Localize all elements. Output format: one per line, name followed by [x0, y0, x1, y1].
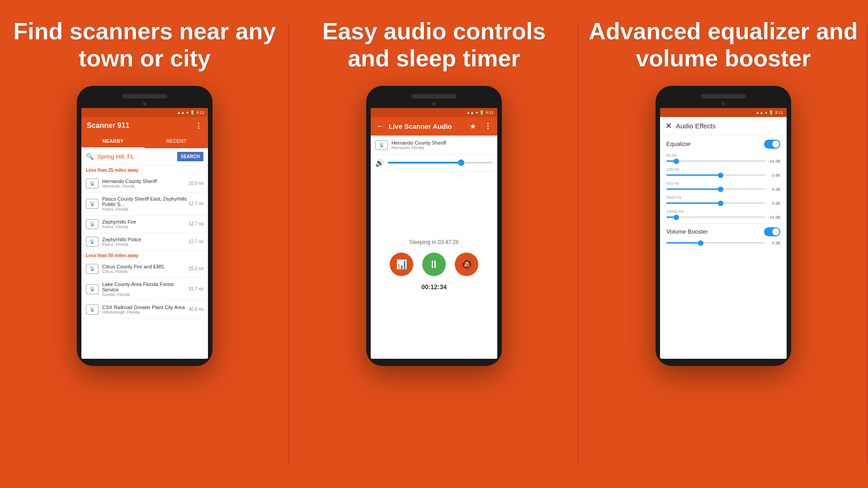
phone-screen-2: ▲▲ ● 🔋 9:11 ← Live Scanner Audio ★ ⋮ 📡 H…: [371, 108, 497, 359]
volume-icon: 🔊: [375, 159, 384, 167]
app1-title: Scanner 911: [87, 122, 129, 130]
search-row: 🔍 Spring Hill, FL SEARCH: [81, 148, 208, 165]
freq-label-910hz: 910 Hz: [666, 181, 780, 186]
volume-booster-slider[interactable]: [666, 242, 765, 244]
phone-2: ▲▲ ● 🔋 9:11 ← Live Scanner Audio ★ ⋮ 📡 H…: [366, 86, 502, 366]
panel-equalizer: Advanced equalizer and volume booster ▲▲…: [579, 0, 868, 488]
freq-row-14000hz: 14000 Hz -15 dB: [666, 209, 780, 220]
scanner-name: Hernando County Sheriff: [102, 178, 189, 184]
controls-row: 📊 ⏸ 🔕: [390, 253, 478, 276]
equalizer-button[interactable]: 📊: [390, 253, 413, 276]
scanner-dist: 12.7 mi: [189, 201, 203, 206]
freq-label-230hz: 230 Hz: [666, 167, 780, 172]
wifi-icon: ●: [186, 110, 189, 115]
scanner-name: Zephyrhills Police: [102, 237, 189, 242]
freq-slider-230hz[interactable]: [666, 174, 765, 176]
scanner-dist: 12.7 mi: [189, 221, 203, 226]
phone-screen-3: ▲▲ ● 🔋 9:11 ✕ Audio Effects Equalizer: [660, 108, 787, 359]
app1-tabs: NEARBY RECENT: [81, 135, 208, 148]
freq-slider-row-14000hz: -15 dB: [666, 215, 780, 220]
volume-row: 🔊: [371, 155, 497, 171]
freq-label-14000hz: 14000 Hz: [666, 209, 780, 214]
scanner-info: Pasco County Sheriff East, Zephyrhills P…: [102, 196, 189, 211]
phone-screen-1: ▲▲ ● 🔋 9:11 Scanner 911 ⋮ NEARBY RECENT …: [81, 108, 208, 359]
phone-notch-1: [122, 94, 167, 99]
list-item[interactable]: 📡 CSX Railroad Greater Plant City Area H…: [81, 301, 208, 319]
freq-thumb-60hz[interactable]: [674, 159, 679, 164]
eq-icon: 📊: [396, 259, 407, 270]
scanner-location: Citrus, Florida: [102, 269, 189, 274]
scanner-location: Sumter, Florida: [102, 292, 189, 297]
freq-thumb-14000hz[interactable]: [674, 215, 679, 220]
freq-thumb-910hz[interactable]: [718, 187, 723, 192]
list-item[interactable]: 📡 Citrus County Fire and EMS Citrus, Flo…: [81, 260, 208, 278]
mute-button[interactable]: 🔕: [455, 253, 478, 276]
panel1-title: Find scanners near any town or city: [9, 18, 280, 72]
phone-camera-2: [432, 102, 436, 106]
scanner-info: Lake County Area Florida Forest Service …: [102, 282, 189, 297]
freq-slider-910hz[interactable]: [666, 188, 765, 190]
freq-slider-60hz[interactable]: [666, 160, 765, 162]
scanner-info: Zephyrhills Fire Pasco, Florida: [102, 219, 189, 229]
list-item[interactable]: 📡 Hernando County Sheriff Hernando, Flor…: [81, 175, 208, 192]
tab-recent[interactable]: RECENT: [145, 135, 208, 148]
audio-effects-content: Equalizer 60 Hz -15 dB: [660, 135, 787, 359]
pause-button[interactable]: ⏸: [422, 253, 446, 276]
scanner-info: Zephyrhills Police Pasco, Florida: [102, 237, 189, 247]
search-icon: 🔍: [86, 153, 94, 160]
status-icons-3: ▲▲ ● 🔋 9:11: [755, 110, 783, 115]
scanner-location: Pasco, Florida: [102, 242, 189, 247]
back-button[interactable]: ←: [376, 122, 384, 131]
list-item[interactable]: 📡 Pasco County Sheriff East, Zephyrhills…: [81, 192, 208, 216]
favorite-icon[interactable]: ★: [470, 122, 476, 131]
scanner-list: 📡 Hernando County Sheriff Hernando, Flor…: [81, 175, 208, 359]
freq-label-3600hz: 3600 Hz: [666, 195, 780, 200]
freq-thumb-230hz[interactable]: [718, 173, 723, 178]
equalizer-toggle[interactable]: [764, 140, 780, 149]
more-options-icon[interactable]: ⋮: [195, 122, 203, 130]
volume-booster-label: Volume Booster: [666, 228, 708, 235]
freq-row-3600hz: 3600 Hz 0 dB: [666, 195, 780, 206]
audio-effects-header: ✕ Audio Effects: [660, 117, 787, 135]
freq-thumb-3600hz[interactable]: [718, 201, 723, 206]
scanner-location: Hernando, Florida: [102, 184, 189, 188]
freq-db-60hz: -15 dB: [768, 159, 780, 164]
list-item[interactable]: 📡 Lake County Area Florida Forest Servic…: [81, 278, 208, 301]
section-label-2: Less than 50 miles away: [81, 251, 208, 260]
vb-thumb[interactable]: [698, 240, 703, 246]
search-button[interactable]: SEARCH: [177, 152, 203, 161]
app1-header: Scanner 911 ⋮: [81, 117, 208, 135]
freq-db-230hz: 0 dB: [768, 173, 780, 178]
freq-fill-230hz: [666, 174, 721, 176]
freq-db-910hz: 0 dB: [768, 187, 780, 192]
freq-row-60hz: 60 Hz -15 dB: [666, 153, 780, 164]
signal-icon: ▲▲: [466, 110, 474, 115]
panel-audio-controls: Easy audio controls and sleep timer ▲▲ ●…: [289, 0, 579, 488]
phone-1: ▲▲ ● 🔋 9:11 Scanner 911 ⋮ NEARBY RECENT …: [77, 86, 212, 366]
tab-nearby[interactable]: NEARBY: [81, 135, 145, 148]
scanner-device-icon: 📡: [86, 237, 99, 247]
list-item[interactable]: 📡 Zephyrhills Police Pasco, Florida 12.7…: [81, 233, 208, 251]
equalizer-label: Equalizer: [666, 141, 691, 147]
freq-row-230hz: 230 Hz 0 dB: [666, 167, 780, 178]
scanner-location: Pasco, Florida: [102, 207, 189, 211]
freq-slider-3600hz[interactable]: [666, 202, 765, 204]
volume-booster-toggle-row: Volume Booster: [666, 227, 780, 236]
phone-camera-3: [722, 102, 725, 106]
scanner-device-icon: 📡: [86, 305, 99, 314]
audio-content: Sleeping in 03:47:26 📊 ⏸ 🔕 00:12:34: [371, 171, 497, 359]
scanner-info: CSX Railroad Greater Plant City Area Hil…: [102, 305, 189, 314]
vb-db-value: 5 dB: [768, 241, 780, 245]
volume-booster-toggle[interactable]: [764, 227, 780, 236]
volume-slider[interactable]: [388, 162, 493, 164]
freq-slider-14000hz[interactable]: [666, 216, 765, 218]
panel2-title: Easy audio controls and sleep timer: [298, 18, 570, 72]
more-options-icon[interactable]: ⋮: [484, 122, 492, 131]
battery-icon: 🔋: [769, 110, 774, 115]
list-item[interactable]: 📡 Zephyrhills Fire Pasco, Florida 12.7 m…: [81, 216, 208, 233]
station-icon: 📡: [375, 140, 388, 150]
volume-thumb[interactable]: [458, 160, 464, 166]
close-button[interactable]: ✕: [665, 122, 671, 130]
scanner-device-icon: 📡: [86, 199, 99, 209]
scanner-dist: 12.7 mi: [189, 239, 203, 244]
